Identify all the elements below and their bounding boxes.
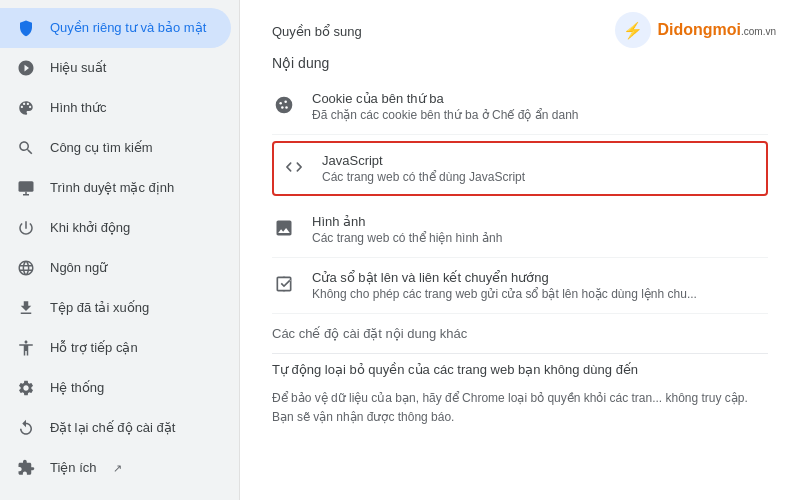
sidebar-item-performance[interactable]: Hiệu suất bbox=[0, 48, 231, 88]
section2-title: Nội dung bbox=[272, 55, 768, 71]
popups-item[interactable]: Cửa sổ bật lên và liên kết chuyển hướng … bbox=[272, 258, 768, 314]
language-icon bbox=[16, 258, 36, 278]
logo-icon: ⚡ bbox=[615, 12, 651, 48]
sidebar-item-accessibility-label: Hỗ trợ tiếp cận bbox=[50, 340, 138, 357]
sidebar-item-startup[interactable]: Khi khởi động bbox=[0, 208, 231, 248]
download-icon bbox=[16, 298, 36, 318]
sidebar-item-reset-label: Đặt lại chế độ cài đặt bbox=[50, 420, 175, 437]
popups-text: Cửa sổ bật lên và liên kết chuyển hướng … bbox=[312, 270, 697, 301]
popups-subtitle: Không cho phép các trang web gửi cửa sổ … bbox=[312, 287, 697, 301]
sidebar-item-extensions-label: Tiện ích bbox=[50, 460, 97, 477]
sidebar-item-appearance[interactable]: Hình thức bbox=[0, 88, 231, 128]
svg-point-7 bbox=[281, 106, 284, 109]
sidebar-item-startup-label: Khi khởi động bbox=[50, 220, 130, 237]
system-icon bbox=[16, 378, 36, 398]
extensions-external-icon: ↗ bbox=[113, 462, 122, 475]
shield-icon bbox=[16, 18, 36, 38]
palette-icon bbox=[16, 98, 36, 118]
search-icon bbox=[16, 138, 36, 158]
javascript-text: JavaScript Các trang web có thể dùng Jav… bbox=[322, 153, 525, 184]
cookie-subtitle: Đã chặn các cookie bên thứ ba ở Chế độ ẩ… bbox=[312, 108, 578, 122]
sidebar-item-accessibility[interactable]: Hỗ trợ tiếp cận bbox=[0, 328, 231, 368]
logo-text-block: Didongmoi .com.vn bbox=[657, 21, 776, 39]
extensions-icon bbox=[16, 458, 36, 478]
logo-sub: .com.vn bbox=[741, 26, 776, 37]
sidebar-item-language[interactable]: Ngôn ngữ bbox=[0, 248, 231, 288]
cookie-item[interactable]: Cookie của bên thứ ba Đã chặn các cookie… bbox=[272, 79, 768, 135]
logo-brand: Didongmoi bbox=[657, 21, 741, 39]
javascript-item[interactable]: JavaScript Các trang web có thể dùng Jav… bbox=[272, 141, 768, 196]
svg-point-6 bbox=[285, 106, 288, 109]
sidebar-item-extensions[interactable]: Tiện ích ↗ bbox=[0, 448, 231, 488]
javascript-title: JavaScript bbox=[322, 153, 525, 168]
other-modes-label: Các chế độ cài đặt nội dung khác bbox=[272, 326, 467, 341]
logo-area: ⚡ Didongmoi .com.vn bbox=[615, 12, 776, 48]
cookie-icon bbox=[272, 93, 296, 117]
sidebar: Quyền riêng tư và bảo mật Hiệu suất Hình… bbox=[0, 0, 240, 500]
sidebar-item-system-label: Hệ thống bbox=[50, 380, 104, 397]
svg-rect-0 bbox=[19, 181, 34, 192]
images-subtitle: Các trang web có thể hiện hình ảnh bbox=[312, 231, 502, 245]
reset-icon bbox=[16, 418, 36, 438]
browser-icon bbox=[16, 178, 36, 198]
power-icon bbox=[16, 218, 36, 238]
main-content: ⚡ Didongmoi .com.vn Quyền bổ sung Nội du… bbox=[240, 0, 800, 500]
cookie-text: Cookie của bên thứ ba Đã chặn các cookie… bbox=[312, 91, 578, 122]
accessibility-icon bbox=[16, 338, 36, 358]
cookie-title: Cookie của bên thứ ba bbox=[312, 91, 578, 106]
auto-revoke-title: Tự động loại bỏ quyền của các trang web … bbox=[272, 362, 768, 377]
svg-point-3 bbox=[276, 97, 293, 114]
sidebar-item-appearance-label: Hình thức bbox=[50, 100, 106, 117]
sidebar-item-browser[interactable]: Trình duyệt mặc định bbox=[0, 168, 231, 208]
popups-title: Cửa sổ bật lên và liên kết chuyển hướng bbox=[312, 270, 697, 285]
sidebar-item-language-label: Ngôn ngữ bbox=[50, 260, 107, 277]
auto-revoke-section: Tự động loại bỏ quyền của các trang web … bbox=[272, 362, 768, 427]
svg-point-5 bbox=[284, 100, 287, 103]
images-item[interactable]: Hình ảnh Các trang web có thể hiện hình … bbox=[272, 202, 768, 258]
auto-revoke-desc: Để bảo vệ dữ liệu của bạn, hãy để Chrome… bbox=[272, 389, 768, 427]
sidebar-item-privacy-label: Quyền riêng tư và bảo mật bbox=[50, 20, 206, 37]
images-title: Hình ảnh bbox=[312, 214, 502, 229]
sidebar-item-system[interactable]: Hệ thống bbox=[0, 368, 231, 408]
sidebar-item-reset[interactable]: Đặt lại chế độ cài đặt bbox=[0, 408, 231, 448]
code-icon bbox=[282, 155, 306, 179]
images-text: Hình ảnh Các trang web có thể hiện hình … bbox=[312, 214, 502, 245]
sidebar-item-privacy[interactable]: Quyền riêng tư và bảo mật bbox=[0, 8, 231, 48]
svg-point-4 bbox=[279, 102, 282, 105]
popup-icon bbox=[272, 272, 296, 296]
sidebar-item-downloads-label: Tệp đã tải xuống bbox=[50, 300, 149, 317]
image-icon bbox=[272, 216, 296, 240]
sidebar-item-performance-label: Hiệu suất bbox=[50, 60, 106, 77]
performance-icon bbox=[16, 58, 36, 78]
sidebar-item-search[interactable]: Công cụ tìm kiếm bbox=[0, 128, 231, 168]
javascript-subtitle: Các trang web có thể dùng JavaScript bbox=[322, 170, 525, 184]
sidebar-item-browser-label: Trình duyệt mặc định bbox=[50, 180, 174, 197]
sidebar-item-search-label: Công cụ tìm kiếm bbox=[50, 140, 153, 157]
sidebar-item-downloads[interactable]: Tệp đã tải xuống bbox=[0, 288, 231, 328]
